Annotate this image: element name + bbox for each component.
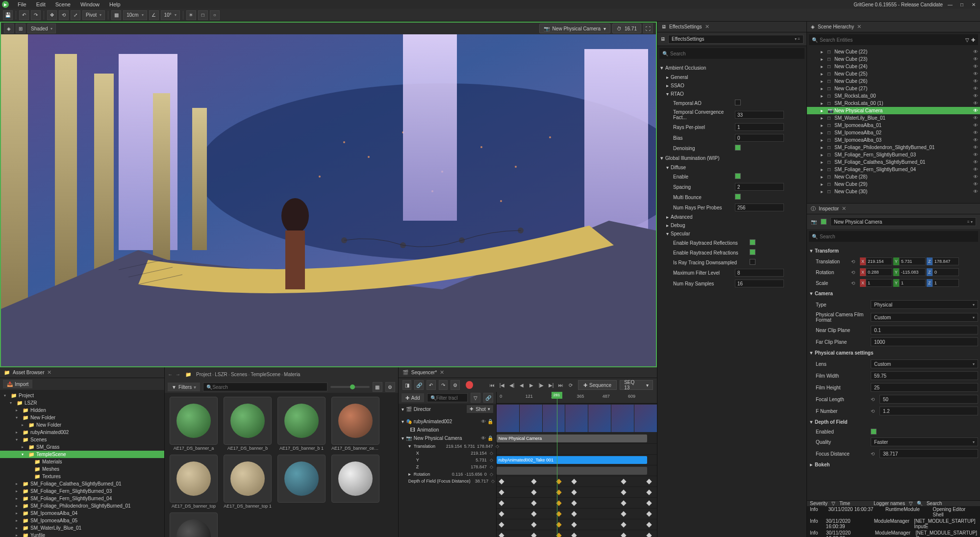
asset-item[interactable]: AE17_DS_banner_top — [169, 455, 219, 509]
keyframe[interactable] — [647, 533, 652, 537]
view-mode-icon[interactable]: ▦ — [373, 382, 382, 392]
keyframe[interactable] — [531, 522, 536, 527]
inspector-search[interactable]: 🔍 — [809, 231, 978, 242]
visibility-icon[interactable]: 👁 — [973, 145, 978, 150]
film-format-dropdown[interactable]: Custom▾ — [871, 313, 978, 322]
asset-item[interactable]: AE17_DS_banner_b — [223, 397, 273, 451]
keyframe[interactable] — [621, 500, 626, 506]
keyframe[interactable] — [621, 522, 626, 527]
keyframe[interactable] — [621, 489, 626, 495]
menu-file[interactable]: File — [13, 1, 31, 7]
close-icon[interactable]: ✕ — [705, 24, 709, 30]
tree-item[interactable]: ▸📁rubyAnimated002 — [0, 429, 164, 436]
keyframe[interactable] — [621, 533, 626, 537]
ry-input[interactable]: -115.083 — [899, 268, 926, 276]
hierarchy-item[interactable]: ▸□New Cube (25)👁 — [807, 70, 980, 77]
hierarchy-item[interactable]: ▸□SM_Foliage_Calathea_SlightlyBurned_01👁 — [807, 158, 980, 166]
asset-tree[interactable]: ▾📁Project▾📁LSZR▸📁Hidden▾📁New Folder▸📁New… — [0, 390, 164, 537]
hierarchy-item[interactable]: ▸□New Cube (29)👁 — [807, 180, 980, 188]
reset-icon[interactable]: ⟲ — [851, 259, 855, 264]
rx-input[interactable]: 0.288 — [866, 268, 892, 276]
visibility-icon[interactable]: 👁 — [973, 189, 978, 194]
keyframe[interactable] — [531, 489, 536, 495]
close-icon[interactable]: ✕ — [969, 1, 978, 8]
link-icon[interactable]: 🔗 — [414, 380, 424, 390]
hierarchy-tab[interactable]: Scene Hierarchy — [818, 24, 854, 29]
keyframe[interactable] — [499, 511, 504, 516]
near-clip-input[interactable]: 0.1 — [871, 326, 978, 334]
hierarchy-item[interactable]: ▸□SM_Foliage_Philodendron_SlightlyBurned… — [807, 144, 980, 151]
close-icon[interactable]: ✕ — [857, 24, 861, 30]
reset-icon[interactable]: ⟲ — [851, 281, 855, 286]
keyframe[interactable] — [499, 533, 504, 537]
search-icon[interactable]: 🔍 — [917, 501, 923, 506]
tree-item[interactable]: ▸📁SM_WaterLily_Blue_01 — [0, 524, 164, 532]
visibility-icon[interactable]: 👁 — [973, 78, 978, 84]
temp-conv-input[interactable]: 33 — [735, 111, 784, 119]
keyframe[interactable] — [531, 479, 536, 484]
camera-section[interactable]: ▾ Camera — [809, 288, 978, 299]
close-icon[interactable]: ✕ — [842, 205, 846, 212]
film-width-input[interactable]: 59.75 — [871, 371, 978, 380]
viewport-3d[interactable] — [1, 34, 656, 366]
far-clip-input[interactable]: 1000 — [871, 337, 978, 346]
tree-item[interactable]: ▸📁SM_Foliage_Fern_SlightlyBurned_03 — [0, 487, 164, 495]
minimize-icon[interactable]: — — [946, 1, 955, 8]
record-button[interactable] — [466, 381, 473, 389]
add-shot-button[interactable]: ✚ Shot ▾ — [467, 405, 493, 413]
effects-tab[interactable]: EffectsSettings — [669, 24, 702, 29]
tree-item[interactable]: 📁Meshes — [0, 465, 164, 473]
keyframe[interactable] — [571, 511, 577, 516]
visibility-icon[interactable]: 👁 — [973, 174, 978, 179]
goto-end-icon[interactable]: ⏭ — [556, 381, 565, 389]
hierarchy-item[interactable]: ▸□SM_IpomoeaAlba_01👁 — [807, 122, 980, 129]
keyframe[interactable] — [499, 479, 504, 484]
play-icon[interactable]: ▶ — [527, 381, 536, 389]
dof-track[interactable]: Depth of Field (Focus Distance)38.717◇ — [399, 478, 496, 485]
tree-item[interactable]: ▾📁Project — [0, 392, 164, 399]
visibility-icon[interactable]: 👁 — [973, 137, 978, 143]
step-fwd-icon[interactable]: |▶ — [537, 381, 546, 389]
animation-track[interactable]: 🎞 Animation — [399, 426, 496, 434]
menu-scene[interactable]: Scene — [50, 1, 75, 7]
spacing-input[interactable]: 2 — [735, 183, 784, 191]
general-section[interactable]: ▸ General — [659, 73, 804, 81]
hierarchy-item[interactable]: ▸□New Cube (24)👁 — [807, 63, 980, 70]
tz-input[interactable]: 178.847 — [932, 257, 959, 265]
asset-item[interactable]: AE17_DS_banner_top 1 — [223, 455, 273, 509]
hierarchy-item[interactable]: ▸□New Cube (27)👁 — [807, 85, 980, 92]
y-track[interactable]: Y5.731◇ — [399, 457, 496, 463]
keyframe[interactable] — [531, 500, 536, 506]
tree-item[interactable]: ▾📁New Folder — [0, 414, 164, 421]
visibility-icon[interactable]: 👁 — [973, 86, 978, 91]
track-filter-input[interactable]: 🔍 — [427, 393, 468, 402]
rotate-tool-icon[interactable]: ⟲ — [59, 10, 69, 20]
camera-track[interactable]: ▾ 📷 New Physical Camera👁 🔒 — [399, 434, 496, 442]
breadcrumb-segment[interactable]: Project — [196, 372, 211, 377]
keyframe[interactable] — [571, 489, 577, 495]
keyframe[interactable] — [647, 479, 652, 484]
next-key-icon[interactable]: ▶| — [547, 381, 555, 389]
shading-dropdown[interactable]: Shaded▾ — [27, 24, 56, 33]
tree-item[interactable]: ▸📁SM_IpomoeaAlba_05 — [0, 517, 164, 524]
z-track[interactable]: Z178.847◇ — [399, 463, 496, 470]
visibility-icon[interactable]: 👁 — [973, 152, 978, 157]
grid-size-dropdown[interactable]: 10cm▾ — [123, 10, 147, 20]
hierarchy-item[interactable]: ▸□New Cube (28)👁 — [807, 173, 980, 180]
visibility-icon[interactable]: 👁 — [973, 181, 978, 187]
visibility-icon[interactable]: 👁 — [973, 101, 978, 106]
focus-distance-input[interactable]: 38.717 — [879, 449, 978, 458]
scale-tool-icon[interactable]: ⤢ — [71, 10, 80, 20]
numrays-input[interactable]: 256 — [735, 204, 784, 211]
inspector-tab[interactable]: Inspector — [819, 206, 839, 211]
numraysamples-input[interactable]: 16 — [735, 280, 784, 287]
angle-snap-icon[interactable]: ∠ — [149, 10, 159, 20]
tree-item[interactable]: ▸📁New Folder — [0, 421, 164, 429]
close-icon[interactable]: ✕ — [440, 369, 444, 376]
tree-item[interactable]: ▸📁Yunfile — [0, 532, 164, 537]
add-track-button[interactable]: ✚ Add — [402, 393, 424, 402]
ssao-section[interactable]: ▸ SSAO — [659, 81, 804, 90]
multibounce-checkbox[interactable] — [735, 194, 741, 200]
keyframe[interactable] — [571, 500, 577, 506]
reset-icon[interactable]: ⟲ — [851, 270, 855, 275]
